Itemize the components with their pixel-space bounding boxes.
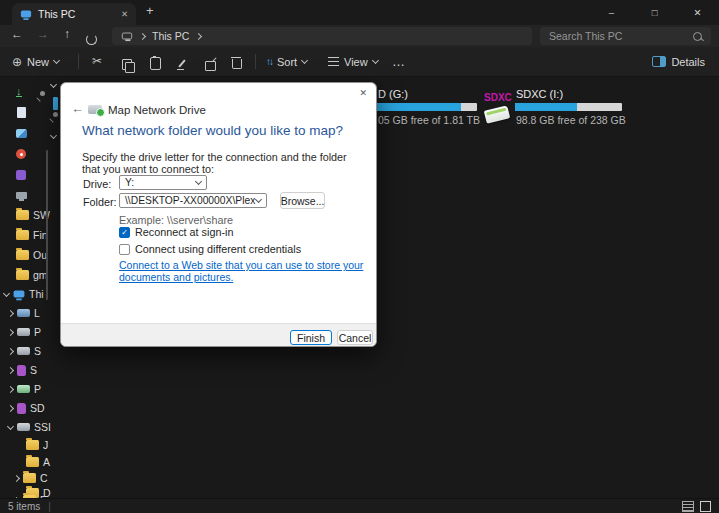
search-box[interactable]: Search This PC <box>540 27 711 45</box>
drive-select[interactable]: Y: <box>119 175 207 190</box>
chevron-right-icon <box>195 32 202 39</box>
tab-title: This PC <box>38 8 75 20</box>
share-icon[interactable] <box>205 57 216 75</box>
reconnect-checkbox[interactable]: ✓ <box>119 227 130 238</box>
this-pc-icon <box>21 11 31 18</box>
sidebar-item-downloads[interactable]: ↓ <box>16 84 22 98</box>
sidebar-folder[interactable]: SW <box>16 208 50 222</box>
group-chevron-icon[interactable] <box>50 132 57 139</box>
sidebar-folder[interactable]: gm <box>16 268 48 282</box>
sidebar-folder[interactable]: Ou <box>16 248 47 262</box>
new-button-label: New <box>27 56 49 68</box>
sidebar-subfolder[interactable]: C <box>14 471 48 485</box>
dialog-back-icon[interactable]: ← <box>71 101 84 116</box>
up-button[interactable]: ↑ <box>58 27 76 41</box>
sidebar-drive[interactable]: P <box>8 382 41 396</box>
dialog-close-icon[interactable]: ✕ <box>359 88 367 98</box>
sidebar-item-music[interactable] <box>16 147 26 161</box>
sidebar-drive[interactable]: P <box>8 325 41 339</box>
browse-button[interactable]: Browse... <box>280 192 325 209</box>
toolbar-divider <box>255 54 256 69</box>
sidebar-item-documents[interactable] <box>17 105 26 119</box>
paste-icon[interactable] <box>150 56 161 74</box>
sidebar-item-this-pc[interactable]: Thi <box>4 287 44 301</box>
sidebar-drive[interactable]: S <box>8 363 37 377</box>
ellipsis-icon: … <box>392 54 405 69</box>
chevron-right-icon <box>139 32 146 39</box>
sidebar-drive[interactable]: SSI <box>8 420 51 434</box>
chevron-right-icon <box>7 309 14 316</box>
tab-this-pc[interactable]: This PC ✕ <box>12 3 136 25</box>
sidebar-drive-label: S <box>30 364 37 376</box>
chevron-down-icon <box>372 57 379 64</box>
thumbnail-view-toggle-icon[interactable] <box>700 501 711 512</box>
folder-icon <box>16 230 29 240</box>
sidebar-drive-label: S <box>34 345 41 357</box>
folder-icon <box>16 270 29 280</box>
rename-icon[interactable] <box>177 56 188 74</box>
pictures-icon <box>16 129 27 138</box>
drive-select-value: Y: <box>125 177 134 188</box>
copy-icon[interactable] <box>122 56 132 74</box>
view-button[interactable]: View <box>328 47 378 76</box>
close-button[interactable]: ✕ <box>676 0 719 25</box>
search-placeholder[interactable]: Search This PC <box>549 30 686 42</box>
tab-close-icon[interactable]: ✕ <box>121 9 128 19</box>
details-view-toggle-icon[interactable] <box>682 501 694 512</box>
sidebar-subfolder[interactable]: A <box>26 455 50 469</box>
sidebar-item-pictures[interactable] <box>16 126 27 140</box>
sidebar-scrollbar[interactable] <box>46 150 48 300</box>
chevron-right-icon <box>7 366 14 373</box>
credentials-label: Connect using different credentials <box>135 243 301 255</box>
explorer-window: This PC ✕ + – □ ✕ ← → ↑ This PC Search T… <box>0 0 719 513</box>
chevron-right-icon <box>7 404 14 411</box>
details-pane-button[interactable]: Details <box>652 47 705 76</box>
sidebar-folder[interactable]: Fin <box>16 228 48 242</box>
credentials-checkbox[interactable] <box>119 244 130 255</box>
view-button-label: View <box>344 56 368 68</box>
cancel-button[interactable]: Cancel <box>337 330 373 345</box>
group-chevron-icon[interactable] <box>50 81 57 88</box>
finish-button[interactable]: Finish <box>290 330 332 345</box>
web-site-link[interactable]: Connect to a Web site that you can use t… <box>119 259 369 283</box>
pin-icon <box>49 112 58 121</box>
reconnect-checkbox-row: ✓ Reconnect at sign-in <box>119 226 233 238</box>
maximize-button[interactable]: □ <box>633 0 676 25</box>
dialog-heading: What network folder would you like to ma… <box>82 123 343 138</box>
sidebar-item-desktop[interactable] <box>16 188 27 202</box>
dialog-title: Map Network Drive <box>108 104 206 116</box>
sort-arrows-icon: ↑↓ <box>266 56 272 67</box>
new-tab-button[interactable]: + <box>146 3 154 18</box>
sidebar-drive[interactable]: S <box>8 344 41 358</box>
sidebar-drive[interactable]: L <box>8 306 40 320</box>
desktop-icon <box>16 192 27 199</box>
delete-icon[interactable] <box>232 55 242 73</box>
chevron-right-icon <box>7 385 14 392</box>
breadcrumb-location[interactable]: This PC <box>152 30 189 42</box>
new-button[interactable]: ⊕ New <box>12 47 59 76</box>
sort-button[interactable]: ↑↓ Sort <box>266 47 307 76</box>
drive-label: Drive: <box>83 178 111 190</box>
breadcrumb[interactable]: This PC <box>112 27 532 45</box>
minimize-button[interactable]: – <box>590 0 633 25</box>
this-pc-label: Thi <box>29 288 44 300</box>
cut-icon[interactable]: ✂ <box>92 54 102 68</box>
drive-name: SDXC (I:) <box>516 88 563 100</box>
map-network-drive-icon <box>88 105 102 114</box>
window-controls: – □ ✕ <box>590 0 719 25</box>
folder-combobox[interactable]: \\DESKTOP-XX00000X\Plex <box>119 193 267 208</box>
sidebar-drive[interactable]: SD <box>8 401 45 415</box>
sidebar-item-videos[interactable] <box>16 168 26 182</box>
drive-icon <box>17 309 30 317</box>
back-button[interactable]: ← <box>8 27 26 41</box>
browse-button-label: Browse... <box>281 195 325 207</box>
sidebar-subfolder[interactable]: J <box>26 438 48 452</box>
sort-button-label: Sort <box>277 56 297 68</box>
reconnect-label: Reconnect at sign-in <box>135 226 233 238</box>
more-options-button[interactable]: … <box>392 47 405 76</box>
sidebar-folder-label: Ou <box>33 249 47 261</box>
navigation-bar: ← → ↑ This PC Search This PC <box>0 25 719 47</box>
forward-button[interactable]: → <box>34 27 52 41</box>
map-network-drive-dialog: ✕ ← Map Network Drive What network folde… <box>60 82 377 347</box>
chevron-down-icon <box>53 57 60 64</box>
